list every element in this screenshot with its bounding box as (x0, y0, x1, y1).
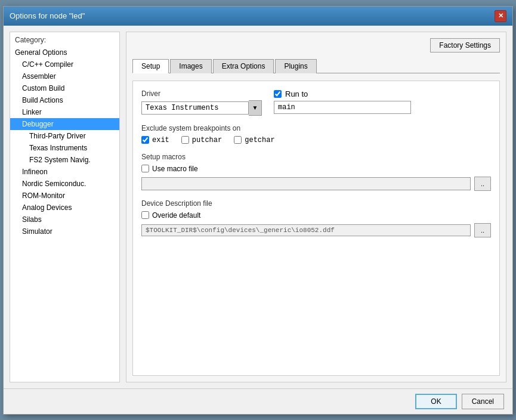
sidebar-item-silabs[interactable]: Silabs (10, 214, 119, 226)
macro-file-row: .. (141, 177, 491, 191)
device-desc-label: Device Description file (141, 199, 491, 208)
run-to-col: Run to (274, 89, 411, 114)
putchar-checkbox-item[interactable]: putchar (181, 136, 222, 144)
dialog-title: Options for node "led" (10, 11, 85, 20)
sidebar-item-fs2-system-navig[interactable]: FS2 System Navig. (10, 154, 119, 166)
use-macro-file-label: Use macro file (152, 165, 198, 173)
title-bar: Options for node "led" ✕ (4, 7, 512, 26)
exit-checkbox[interactable] (141, 136, 149, 144)
sidebar-item-third-party-driver[interactable]: Third-Party Driver (10, 130, 119, 142)
tab-plugins[interactable]: Plugins (275, 59, 316, 73)
run-to-row: Run to (274, 89, 411, 98)
driver-select-wrapper: Texas Instruments ▼ (141, 100, 262, 116)
getchar-checkbox[interactable] (234, 136, 242, 144)
browse-ddf-button[interactable]: .. (474, 223, 491, 237)
tab-bar: Setup Images Extra Options Plugins (132, 58, 500, 73)
sidebar-item-texas-instruments[interactable]: Texas Instruments (10, 142, 119, 154)
factory-settings-row: Factory Settings (132, 38, 500, 52)
setup-macros-label: Setup macros (141, 153, 491, 161)
dropdown-arrow-icon[interactable]: ▼ (249, 100, 262, 116)
sidebar-item-linker[interactable]: Linker (10, 106, 119, 118)
macro-file-input[interactable] (141, 177, 471, 190)
run-to-checkbox[interactable] (274, 90, 282, 98)
sidebar-item-custom-build[interactable]: Custom Build (10, 82, 119, 94)
close-button[interactable]: ✕ (495, 10, 506, 22)
exclude-section: Exclude system breakpoints on exit putch… (141, 124, 491, 144)
sidebar-item-debugger[interactable]: Debugger (10, 118, 119, 130)
category-label: Category: (10, 32, 119, 47)
override-default-checkbox[interactable] (141, 211, 149, 219)
options-dialog: Options for node "led" ✕ Category: Gener… (3, 6, 513, 415)
setup-macros-section: Setup macros Use macro file .. (141, 153, 491, 191)
dialog-body: Category: General Options C/C++ Compiler… (4, 26, 512, 388)
breakpoints-checkbox-group: exit putchar getchar (141, 136, 491, 144)
putchar-checkbox[interactable] (181, 136, 189, 144)
tab-extra-options[interactable]: Extra Options (213, 59, 274, 73)
exclude-label: Exclude system breakpoints on (141, 124, 491, 132)
run-to-label: Run to (285, 89, 308, 98)
driver-col: Driver Texas Instruments ▼ (141, 89, 262, 116)
sidebar-item-cpp-compiler[interactable]: C/C++ Compiler (10, 58, 119, 70)
tab-content-setup: Driver Texas Instruments ▼ Run to (132, 81, 500, 376)
exit-checkbox-item[interactable]: exit (141, 136, 169, 144)
sidebar-item-build-actions[interactable]: Build Actions (10, 94, 119, 106)
sidebar-item-nordic-semiconduc[interactable]: Nordic Semiconduc. (10, 178, 119, 190)
override-default-label: Overide default (152, 211, 200, 220)
getchar-label: getchar (245, 136, 274, 144)
sidebar-item-assembler[interactable]: Assembler (10, 70, 119, 82)
cancel-button[interactable]: Cancel (462, 394, 504, 409)
main-panel: Factory Settings Setup Images Extra Opti… (126, 32, 506, 382)
tab-images[interactable]: Images (170, 59, 211, 73)
ddf-input[interactable] (141, 224, 471, 236)
use-macro-file-checkbox[interactable] (141, 165, 149, 172)
browse-macro-button[interactable]: .. (474, 177, 491, 191)
dialog-footer: OK Cancel (4, 388, 512, 414)
run-to-input[interactable] (274, 101, 411, 114)
sidebar: Category: General Options C/C++ Compiler… (10, 32, 120, 382)
ddf-row: .. (141, 223, 491, 237)
sidebar-item-infineon[interactable]: Infineon (10, 166, 119, 178)
sidebar-item-analog-devices[interactable]: Analog Devices (10, 202, 119, 214)
driver-label: Driver (141, 89, 262, 98)
driver-select[interactable]: Texas Instruments (141, 101, 249, 115)
sidebar-item-simulator[interactable]: Simulator (10, 226, 119, 237)
device-desc-section: Device Description file Overide default … (141, 199, 491, 237)
sidebar-item-rom-monitor[interactable]: ROM-Monitor (10, 190, 119, 202)
use-macro-file-item[interactable]: Use macro file (141, 165, 491, 173)
factory-settings-button[interactable]: Factory Settings (430, 38, 500, 52)
exit-label: exit (152, 136, 169, 144)
ok-button[interactable]: OK (415, 394, 456, 409)
getchar-checkbox-item[interactable]: getchar (234, 136, 274, 144)
putchar-label: putchar (192, 136, 222, 144)
sidebar-item-general-options[interactable]: General Options (10, 47, 119, 58)
override-default-item[interactable]: Overide default (141, 211, 491, 220)
driver-run-to-row: Driver Texas Instruments ▼ Run to (141, 89, 491, 116)
tab-setup[interactable]: Setup (132, 59, 169, 73)
